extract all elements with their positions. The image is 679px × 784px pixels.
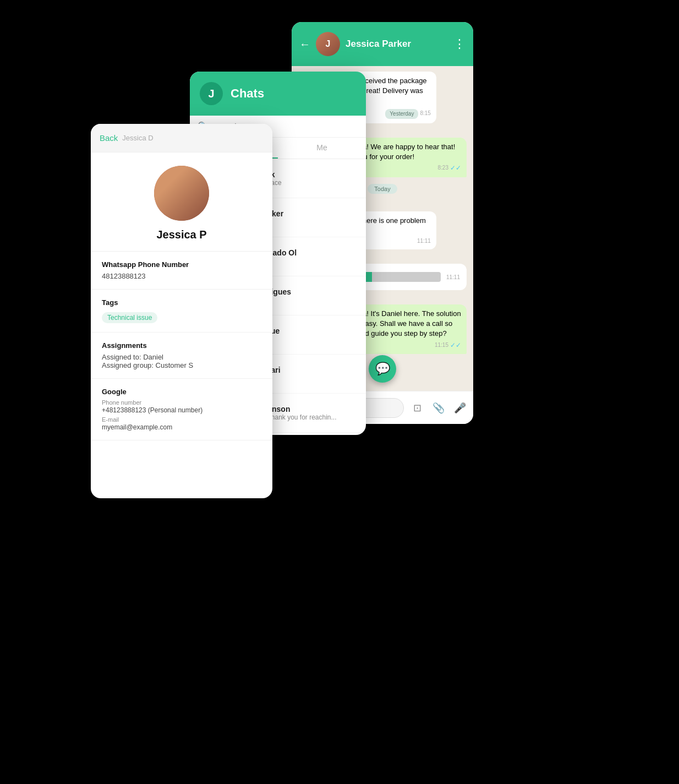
assignment-value-2: Assigned group: Customer S bbox=[102, 361, 261, 369]
chat-header: ← J Jessica Parker ⋮ bbox=[292, 22, 473, 66]
chat-contact-name: Jessica Parker bbox=[346, 39, 448, 50]
templates-icon[interactable]: ⊡ bbox=[409, 399, 425, 417]
contact-details-panel: Back Jessica D Jessica P Whatsapp Phone … bbox=[91, 124, 272, 498]
details-assignments-section: Assignments Assigned to: Daniel Assigned… bbox=[91, 333, 272, 379]
tab-me[interactable]: Me bbox=[278, 138, 366, 159]
chats-list-header: J Chats bbox=[190, 72, 366, 116]
sub-label-email: E-mail bbox=[102, 416, 261, 423]
tag-pill[interactable]: Technical issue bbox=[102, 312, 157, 323]
assignment-value-1: Assigned to: Daniel bbox=[102, 353, 261, 361]
yesterday-chip: Yesterday bbox=[385, 109, 418, 119]
profile-avatar bbox=[154, 166, 209, 221]
compose-icon: 💬 bbox=[375, 362, 390, 376]
message-time: 8:15 bbox=[420, 110, 430, 117]
section-label: Assignments bbox=[102, 341, 261, 350]
phone-value: 48123888123 bbox=[102, 272, 261, 280]
details-google-section: Google Phone number +48123888123 (Person… bbox=[91, 379, 272, 440]
message-time: 8:23 bbox=[438, 164, 448, 172]
app-avatar: J bbox=[200, 82, 223, 105]
sub-label-phone: Phone number bbox=[102, 399, 261, 406]
details-tags-section: Tags Technical issue bbox=[91, 290, 272, 333]
attachment-icon[interactable]: 📎 bbox=[431, 399, 447, 417]
compose-fab-button[interactable]: 💬 bbox=[369, 355, 396, 383]
message-time: 11:15 bbox=[435, 341, 448, 349]
section-label: Google bbox=[102, 388, 261, 396]
chat-header-avatar: J bbox=[316, 32, 340, 56]
date-chip-today: Today bbox=[368, 184, 397, 194]
read-receipt-icon: ✓✓ bbox=[450, 341, 461, 350]
section-label: Tags bbox=[102, 298, 261, 307]
back-arrow-icon[interactable]: ← bbox=[299, 38, 310, 51]
sub-value-email: myemail@example.com bbox=[102, 423, 261, 431]
back-button[interactable]: Back bbox=[100, 133, 118, 143]
mic-icon[interactable]: 🎤 bbox=[452, 399, 468, 417]
contact-header-preview: Jessica D bbox=[122, 134, 153, 142]
more-options-icon[interactable]: ⋮ bbox=[453, 37, 466, 51]
chats-title: Chats bbox=[231, 86, 264, 101]
section-label: Whatsapp Phone Number bbox=[102, 260, 261, 269]
message-time: 11:11 bbox=[417, 237, 431, 245]
details-phone-section: Whatsapp Phone Number 48123888123 bbox=[91, 252, 272, 290]
sub-value-phone: +48123888123 (Personal number) bbox=[102, 406, 261, 414]
profile-section: Jessica P bbox=[91, 153, 272, 252]
read-receipt-icon: ✓✓ bbox=[450, 164, 461, 173]
message-time: 11:11 bbox=[446, 274, 460, 280]
details-top-bar: Back Jessica D bbox=[91, 124, 272, 153]
profile-name: Jessica P bbox=[156, 228, 206, 241]
